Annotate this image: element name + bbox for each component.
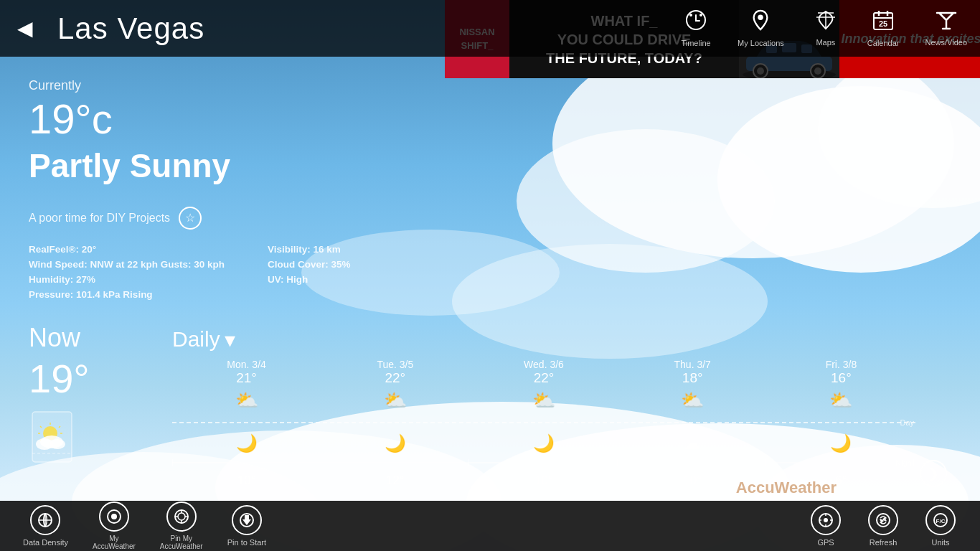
night-icon-3: ☁ [618,433,767,453]
day-icon-day-3: ⛅ [618,390,767,412]
weather-details: RealFeel®: 20° Wind Speed: NNW at 22 kph… [29,244,951,300]
toolbar-units[interactable]: F/C Units [915,501,966,551]
night-icon-2: 🌙 [469,433,618,453]
cloud-label: Cloud Cover: [268,259,329,270]
toolbar-pin-my-accuweather[interactable]: Pin My AccuWeather [151,497,212,551]
daily-toggle[interactable]: Daily ▾ [172,327,235,352]
day-col-1: Tue. 3/5 22° ⛅ [321,359,469,412]
my-accuweather-label: My AccuWeather [93,534,136,550]
back-button[interactable]: ◀ [0,0,50,57]
calendar-icon: 25 [872,9,894,36]
nav-item-maps[interactable]: Maps [797,0,854,57]
gps-icon [811,505,841,535]
calendar-label: Calendar [867,39,900,47]
now-label: Now [29,323,172,353]
pin-my-accuweather-label: Pin My AccuWeather [160,534,203,550]
uv-row: UV: High [268,274,351,285]
nav-item-my-locations[interactable]: My Locations [725,0,797,57]
day-high-0: 21° [172,370,321,386]
news-video-icon [936,10,957,35]
day-low-0: 10° [172,474,321,488]
nav-item-calendar[interactable]: 25 Calendar [854,0,913,57]
dropdown-icon: ▾ [225,327,235,352]
gusts-value: 30 kph [194,259,225,270]
nav-item-news-video[interactable]: News/Video [913,0,981,57]
day-timeline-line: Day [172,415,951,430]
pressure-value: 101.4 kPa Rising [76,289,153,300]
data-density-icon [30,505,60,535]
uv-label: UV: [268,274,284,285]
day-icon-day-2: ⛅ [469,390,618,412]
bottom-toolbar: Data Density My AccuWeather [0,501,980,551]
svg-point-50 [824,518,828,522]
now-icon [29,405,79,469]
day-icon-day-4: ⛅ [767,390,915,412]
refresh-label: Refresh [870,538,897,547]
currently-label: Currently [29,78,951,93]
maps-icon [815,10,837,35]
night-icon-1: 🌙 [321,433,469,453]
my-locations-icon [750,9,771,36]
realfeel-label: RealFeel®: [29,244,79,255]
back-icon: ◀ [17,17,33,40]
gps-label: GPS [817,538,834,547]
day-icon-day-1: ⛅ [321,390,469,412]
nav-item-timeline[interactable]: Timeline [667,0,725,57]
day-col-2: Wed. 3/6 22° ⛅ [469,359,618,412]
daily-label: Daily [172,327,220,352]
humidity-label: Humidity: [29,274,73,285]
nav-items: Timeline My Locations Maps [667,0,980,57]
day-name-2: Wed. 3/6 [469,359,618,370]
gusts-label: Gusts: [161,259,192,270]
uv-value: High [286,274,308,285]
city-title: Las Vegas [50,11,667,46]
day-col-3: Thu. 3/7 18° ⛅ [618,359,767,412]
activity-text: A poor time for DIY Projects [29,212,170,225]
units-label: Units [931,538,949,547]
detail-col-right: Visibility: 16 km Cloud Cover: 35% UV: H… [268,244,351,300]
night-icons-row: 🌙 🌙 🌙 ☁ 🌙 [172,433,951,453]
wind-label: Wind Speed: [29,259,88,270]
condition-display: Partly Sunny [29,146,951,185]
timeline-label: Timeline [681,39,710,47]
svg-point-16 [814,67,821,75]
star-icon: ☆ [185,211,195,225]
pressure-row: Pressure: 101.4 kPa Rising [29,289,225,300]
toolbar-refresh[interactable]: Refresh [858,501,908,551]
day-col-4: Fri. 3/8 16° ⛅ [767,359,915,412]
cloud-value: 35% [331,259,351,270]
toolbar-data-density[interactable]: Data Density [14,501,77,551]
toolbar-gps[interactable]: GPS [801,501,851,551]
day-name-4: Fri. 3/8 [767,359,915,370]
visibility-row: Visibility: 16 km [268,244,351,255]
refresh-icon [868,505,898,535]
temperature-display: 19°c [29,96,951,142]
night-timeline-line: Night [172,455,951,471]
night-label: Night [895,458,914,467]
timeline-container: Mon. 3/4 21° ⛅ Tue. 3/5 22° ⛅ Wed. 3/6 2… [172,359,951,488]
day-icon-day-0: ⛅ [172,390,321,412]
night-col-4: 🌙 [767,433,915,453]
realfeel-value: 20° [82,244,96,255]
units-icon: F/C [925,505,956,535]
low-col-0: 10° [172,474,321,488]
toolbar-pin-to-start[interactable]: Pin to Start [219,501,275,551]
now-temp: 19° [29,359,172,399]
night-col-1: 🌙 [321,433,469,453]
header-bar: ◀ Las Vegas Timeline My Locations [0,0,980,57]
night-col-0: 🌙 [172,433,321,453]
day-name-0: Mon. 3/4 [172,359,321,370]
realfeel-row: RealFeel®: 20° [29,244,225,255]
toolbar-my-accuweather[interactable]: My AccuWeather [84,497,144,551]
detail-col-left: RealFeel®: 20° Wind Speed: NNW at 22 kph… [29,244,225,300]
night-col-3: ☁ [618,433,767,453]
humidity-row: Humidity: 27% [29,274,225,285]
svg-text:F/C: F/C [936,518,946,524]
favorite-button[interactable]: ☆ [179,207,202,230]
svg-text:25: 25 [879,19,887,28]
visibility-label: Visibility: [268,244,311,255]
pin-to-start-icon [232,505,262,535]
my-locations-label: My Locations [738,39,784,47]
visibility-value: 16 km [314,244,341,255]
toolbar-left: Data Density My AccuWeather [14,497,275,551]
